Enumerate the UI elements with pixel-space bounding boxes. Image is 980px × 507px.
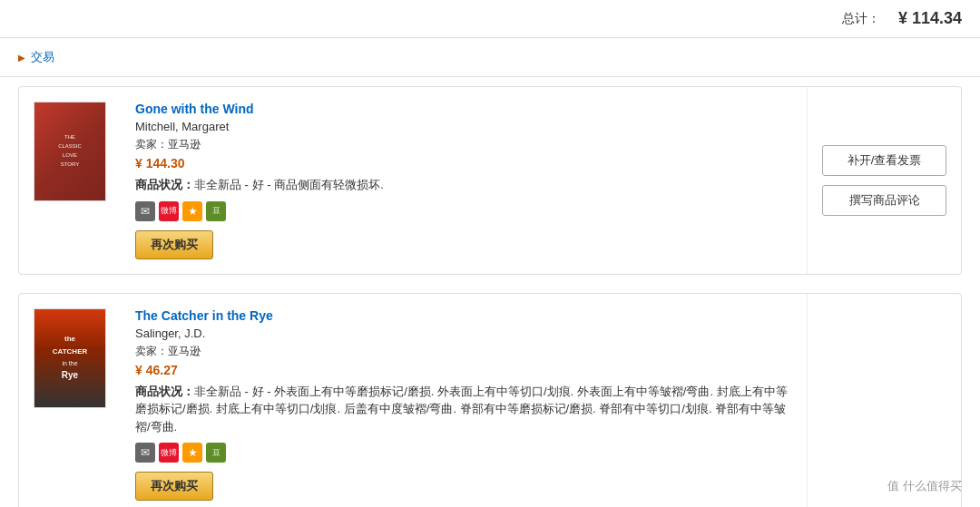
- arrow-icon: ▶: [18, 53, 25, 63]
- book-cover-2: the CATCHER in the Rye: [34, 308, 106, 408]
- cover-catcher-line3: in the: [62, 359, 77, 367]
- douban-icon-1[interactable]: 豆: [206, 201, 226, 221]
- condition-1: 商品状况：非全新品 - 好 - 商品侧面有轻微损坏.: [135, 176, 792, 194]
- seller-name-1: 亚马逊: [168, 138, 201, 151]
- weibo-icon-1[interactable]: 微博: [159, 201, 179, 221]
- condition-detail-1: 商品侧面有轻微损坏.: [274, 178, 384, 191]
- review-button[interactable]: 撰写商品评论: [822, 185, 946, 216]
- book-title-2[interactable]: The Catcher in the Rye: [135, 308, 792, 323]
- order-card-2: the CATCHER in the Rye The Catcher in th…: [18, 293, 962, 508]
- seller-label-2: 卖家：: [135, 345, 168, 357]
- deals-section: ▶ 交易: [0, 38, 980, 77]
- cover-line-3: LOVE: [63, 152, 77, 160]
- item-main-2: the CATCHER in the Rye The Catcher in th…: [19, 294, 807, 508]
- condition-label-2: 商品状况：: [135, 385, 194, 398]
- cover-image-catcher: the CATCHER in the Rye: [34, 309, 105, 407]
- cover-catcher-line4: Rye: [62, 369, 78, 381]
- invoice-button[interactable]: 补开/查看发票: [822, 145, 946, 176]
- seller-name-2: 亚马逊: [168, 345, 201, 357]
- condition-status-2: 非全新品 - 好: [194, 385, 264, 398]
- star-icon-2[interactable]: ★: [182, 443, 202, 463]
- share-icons-2: ✉ 微博 ★ 豆: [135, 443, 792, 463]
- price-2: ¥ 46.27: [135, 363, 792, 377]
- order-card-1: THE CLASSIC LOVE STORY Gone with the Win…: [18, 86, 962, 275]
- share-icons-1: ✉ 微博 ★ 豆: [135, 201, 792, 221]
- email-icon-1[interactable]: ✉: [135, 201, 155, 221]
- condition-dash-2: -: [264, 385, 275, 398]
- item-main-1: THE CLASSIC LOVE STORY Gone with the Win…: [19, 87, 807, 274]
- action-buttons-1: 补开/查看发票 撰写商品评论: [807, 87, 961, 274]
- book-info-2: The Catcher in the Rye Salinger, J.D. 卖家…: [135, 308, 792, 502]
- star-icon-1[interactable]: ★: [182, 201, 202, 221]
- deals-link[interactable]: ▶ 交易: [18, 49, 962, 65]
- order-item-1: THE CLASSIC LOVE STORY Gone with the Win…: [19, 87, 961, 274]
- condition-label-1: 商品状况：: [135, 178, 194, 191]
- order-item-2: the CATCHER in the Rye The Catcher in th…: [19, 294, 961, 508]
- rebuy-button-2[interactable]: 再次购买: [135, 472, 213, 501]
- seller-2: 卖家：亚马逊: [135, 344, 792, 359]
- cover-line-1: THE: [64, 134, 75, 141]
- orders-container: THE CLASSIC LOVE STORY Gone with the Win…: [0, 77, 980, 507]
- weibo-icon-2[interactable]: 微博: [159, 443, 179, 463]
- watermark: 值 什么值得买: [887, 478, 962, 494]
- condition-2: 商品状况：非全新品 - 好 - 外表面上有中等磨损标记/磨损. 外表面上有中等切…: [135, 383, 792, 436]
- cover-image-gwtw: THE CLASSIC LOVE STORY: [34, 102, 105, 200]
- cover-line-2: CLASSIC: [58, 143, 82, 151]
- condition-dash-1: -: [264, 178, 275, 191]
- douban-icon-2[interactable]: 豆: [206, 443, 226, 463]
- deals-label: 交易: [31, 49, 54, 65]
- watermark-text: 值 什么值得买: [887, 479, 962, 492]
- email-icon-2[interactable]: ✉: [135, 443, 155, 463]
- empty-actions-2: [807, 294, 961, 508]
- book-author-1: Mitchell, Margaret: [135, 120, 792, 133]
- cover-line-4: STORY: [61, 161, 79, 169]
- cover-catcher-line2: CATCHER: [53, 347, 88, 356]
- book-title-1[interactable]: Gone with the Wind: [135, 102, 792, 116]
- condition-status-1: 非全新品 - 好: [194, 178, 264, 191]
- rebuy-button-1[interactable]: 再次购买: [135, 230, 213, 259]
- cover-catcher-line1: the: [64, 335, 75, 344]
- book-author-2: Salinger, J.D.: [135, 327, 792, 340]
- total-value: ¥ 114.34: [898, 9, 962, 28]
- top-bar: 总计： ¥ 114.34: [0, 0, 980, 38]
- price-1: ¥ 144.30: [135, 156, 792, 171]
- seller-label-1: 卖家：: [135, 138, 168, 151]
- total-label: 总计：: [842, 11, 880, 27]
- book-info-1: Gone with the Wind Mitchell, Margaret 卖家…: [135, 102, 792, 259]
- book-cover-1: THE CLASSIC LOVE STORY: [34, 102, 106, 201]
- seller-1: 卖家：亚马逊: [135, 137, 792, 152]
